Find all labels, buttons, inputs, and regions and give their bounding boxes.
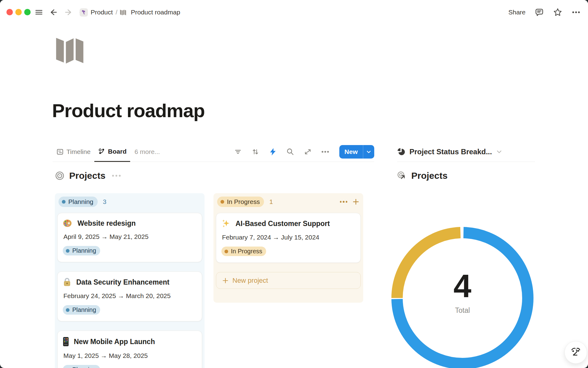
card-status-badge: Planning (63, 365, 100, 368)
column-count: 3 (103, 198, 107, 205)
more-views-button[interactable]: 6 more... (130, 148, 164, 155)
expand-icon[interactable] (303, 147, 312, 156)
sidebar-menu-icon[interactable] (34, 8, 43, 17)
status-dot (62, 200, 66, 204)
card-status-badge: Planning (63, 246, 100, 255)
filter-icon[interactable] (233, 147, 243, 156)
palette-icon (63, 219, 73, 228)
target-icon (55, 171, 64, 180)
card-dates: April 9, 2025 → May 21, 2025 (63, 233, 197, 240)
board-section-header: Projects (55, 171, 121, 181)
forward-arrow-icon[interactable] (64, 8, 73, 17)
column-add-icon[interactable] (352, 198, 360, 205)
project-card-ai-support[interactable]: AI-Based Customer Support February 7, 20… (216, 213, 361, 263)
chart-block-title: Project Status Breakd... (409, 148, 492, 156)
automations-lightning-icon[interactable] (268, 147, 277, 156)
view-options-icon[interactable] (321, 147, 330, 156)
titlebar: Product / Product roadmap Share (0, 0, 588, 25)
new-button-dropdown[interactable] (363, 145, 374, 159)
project-card-mobile-app[interactable]: New Mobile App Launch May 1, 2025 → May … (57, 331, 202, 368)
notion-ai-button[interactable] (564, 341, 587, 364)
mobile-phone-icon (63, 337, 69, 347)
map-icon (120, 9, 128, 16)
new-project-button[interactable]: New project (216, 272, 361, 289)
notion-window: Product / Product roadmap Share (0, 0, 588, 368)
chart-block-header[interactable]: Project Status Breakd... (397, 142, 535, 162)
plus-icon (222, 278, 228, 284)
card-dates: February 7, 2024 → July 15, 2024 (221, 234, 355, 241)
card-dates: May 1, 2025 → May 28, 2025 (63, 352, 197, 359)
status-badge-planning[interactable]: Planning (58, 197, 98, 207)
board-icon (98, 148, 105, 155)
column-count: 1 (269, 198, 273, 205)
chevron-down-icon (366, 149, 371, 154)
board-view: Planning 3 Website redesign April 9, 202… (55, 193, 363, 368)
donut-total-value: 4 (389, 270, 536, 302)
breadcrumb: Product / Product roadmap (80, 0, 180, 25)
section-more-icon[interactable] (112, 175, 121, 177)
face-icon (569, 346, 582, 359)
view-tab-bar: Timeline Board 6 more... (53, 142, 374, 162)
card-title: New Mobile App Launch (74, 338, 155, 346)
card-status-badge: Planning (63, 305, 100, 315)
teamspace-icon[interactable] (80, 8, 88, 17)
chart-source-title[interactable]: Projects (411, 171, 447, 181)
sparkles-icon (221, 219, 231, 228)
card-title: AI-Based Customer Support (236, 220, 330, 228)
project-card-website-redesign[interactable]: Website redesign April 9, 2025 → May 21,… (57, 213, 202, 262)
sort-icon[interactable] (251, 147, 260, 156)
timeline-icon (56, 148, 64, 155)
lock-icon (63, 278, 71, 287)
favorite-star-icon[interactable] (553, 8, 562, 17)
project-card-data-security[interactable]: Data Security Enhancement February 24, 2… (57, 271, 202, 321)
target-arrow-icon (397, 171, 406, 180)
comments-icon[interactable] (535, 8, 544, 17)
chart-source-header: Projects (397, 171, 447, 181)
pie-chart-icon (397, 148, 405, 156)
donut-total-label: Total (389, 306, 536, 315)
more-options-icon[interactable] (571, 8, 581, 17)
page-icon-map[interactable] (55, 35, 93, 64)
new-record-button[interactable]: New (339, 145, 374, 159)
board-column-planning: Planning 3 Website redesign April 9, 202… (55, 193, 205, 368)
breadcrumb-separator: / (115, 9, 117, 16)
card-title: Website redesign (77, 219, 136, 228)
tab-board[interactable]: Board (94, 142, 130, 162)
donut-center: 4 Total (389, 270, 536, 315)
status-dot (221, 200, 224, 204)
chevron-down-icon[interactable] (496, 149, 502, 155)
close-window-button[interactable] (6, 9, 13, 15)
window-controls (6, 9, 31, 15)
breadcrumb-teamspace[interactable]: Product (91, 9, 113, 16)
card-status-badge: In Progress (221, 247, 266, 256)
hammer-icon (81, 10, 86, 15)
minimize-window-button[interactable] (15, 9, 22, 15)
card-dates: February 24, 2025 → March 20, 2025 (63, 292, 197, 300)
card-title: Data Security Enhancement (76, 278, 169, 286)
board-column-in-progress: In Progress 1 AI-Based Customer Support … (213, 193, 363, 303)
share-button[interactable]: Share (508, 9, 526, 16)
status-badge-in-progress[interactable]: In Progress (217, 197, 264, 207)
back-arrow-icon[interactable] (49, 8, 58, 17)
page-title: Product roadmap (52, 100, 205, 121)
search-icon[interactable] (286, 147, 295, 156)
breadcrumb-page[interactable]: Product roadmap (131, 9, 180, 16)
tab-timeline[interactable]: Timeline (53, 142, 94, 162)
column-more-icon[interactable] (340, 201, 348, 203)
zoom-window-button[interactable] (24, 9, 31, 15)
board-db-title[interactable]: Projects (69, 171, 105, 181)
